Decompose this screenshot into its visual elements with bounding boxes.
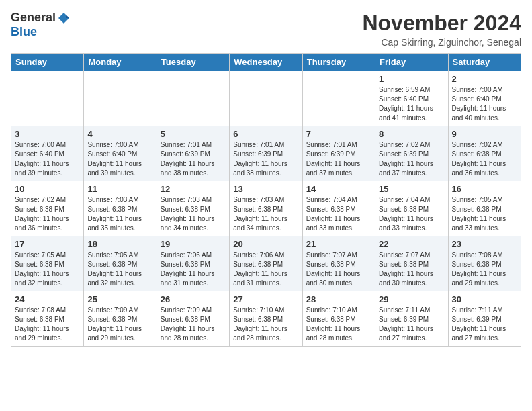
week-row: 1Sunrise: 6:59 AMSunset: 6:40 PMDaylight…: [11, 71, 521, 126]
day-info: Sunrise: 7:00 AMSunset: 6:40 PMDaylight:…: [87, 140, 152, 178]
day-info: Sunrise: 7:04 AMSunset: 6:38 PMDaylight:…: [306, 195, 371, 233]
day-header-monday: Monday: [84, 54, 157, 71]
day-cell: 6Sunrise: 7:01 AMSunset: 6:39 PMDaylight…: [230, 126, 302, 181]
title-block: November 2024 Cap Skirring, Ziguinchor, …: [362, 11, 521, 48]
day-number: 19: [161, 239, 226, 249]
day-number: 29: [379, 294, 444, 304]
day-info: Sunrise: 7:01 AMSunset: 6:39 PMDaylight:…: [306, 140, 371, 178]
day-cell: 12Sunrise: 7:03 AMSunset: 6:38 PMDayligh…: [157, 181, 229, 236]
day-cell: [230, 71, 302, 126]
day-number: 27: [233, 294, 298, 304]
day-info: Sunrise: 7:10 AMSunset: 6:38 PMDaylight:…: [306, 306, 371, 343]
day-info: Sunrise: 7:01 AMSunset: 6:39 PMDaylight:…: [233, 140, 298, 178]
day-header-friday: Friday: [375, 54, 448, 71]
day-header-sunday: Sunday: [11, 54, 84, 71]
day-number: 7: [306, 129, 371, 139]
day-number: 25: [87, 294, 152, 304]
day-header-thursday: Thursday: [302, 54, 375, 71]
day-cell: 15Sunrise: 7:04 AMSunset: 6:38 PMDayligh…: [375, 181, 448, 236]
month-title: November 2024: [362, 11, 521, 36]
week-row: 10Sunrise: 7:02 AMSunset: 6:38 PMDayligh…: [11, 181, 521, 236]
day-cell: 8Sunrise: 7:02 AMSunset: 6:39 PMDaylight…: [375, 126, 448, 181]
day-number: 20: [233, 239, 298, 249]
page-header: General Blue November 2024 Cap Skirring,…: [11, 11, 521, 48]
day-cell: 3Sunrise: 7:00 AMSunset: 6:40 PMDaylight…: [11, 126, 84, 181]
day-info: Sunrise: 7:11 AMSunset: 6:39 PMDaylight:…: [379, 306, 444, 343]
day-number: 24: [15, 294, 80, 304]
day-number: 9: [452, 129, 517, 139]
day-number: 1: [379, 74, 444, 84]
day-info: Sunrise: 7:08 AMSunset: 6:38 PMDaylight:…: [15, 306, 80, 343]
day-info: Sunrise: 7:02 AMSunset: 6:38 PMDaylight:…: [452, 140, 517, 178]
day-number: 23: [452, 239, 517, 249]
calendar-header-row: SundayMondayTuesdayWednesdayThursdayFrid…: [11, 54, 521, 71]
day-info: Sunrise: 7:01 AMSunset: 6:39 PMDaylight:…: [161, 140, 226, 178]
day-cell: 13Sunrise: 7:03 AMSunset: 6:38 PMDayligh…: [230, 181, 302, 236]
day-number: 18: [87, 239, 152, 249]
day-info: Sunrise: 7:09 AMSunset: 6:38 PMDaylight:…: [161, 306, 226, 343]
day-info: Sunrise: 7:05 AMSunset: 6:38 PMDaylight:…: [87, 250, 152, 288]
day-cell: 7Sunrise: 7:01 AMSunset: 6:39 PMDaylight…: [302, 126, 375, 181]
day-number: 22: [379, 239, 444, 249]
day-info: Sunrise: 7:02 AMSunset: 6:39 PMDaylight:…: [379, 140, 444, 178]
day-cell: 25Sunrise: 7:09 AMSunset: 6:38 PMDayligh…: [84, 291, 157, 347]
day-cell: 14Sunrise: 7:04 AMSunset: 6:38 PMDayligh…: [302, 181, 375, 236]
day-number: 6: [233, 129, 298, 139]
day-info: Sunrise: 7:05 AMSunset: 6:38 PMDaylight:…: [15, 250, 80, 288]
day-number: 13: [233, 184, 298, 194]
day-number: 30: [452, 294, 517, 304]
day-info: Sunrise: 7:02 AMSunset: 6:38 PMDaylight:…: [15, 195, 80, 233]
day-cell: 24Sunrise: 7:08 AMSunset: 6:38 PMDayligh…: [11, 291, 84, 347]
day-info: Sunrise: 7:04 AMSunset: 6:38 PMDaylight:…: [379, 195, 444, 233]
day-number: 3: [15, 129, 80, 139]
day-number: 28: [306, 294, 371, 304]
day-cell: 19Sunrise: 7:06 AMSunset: 6:38 PMDayligh…: [157, 236, 229, 291]
day-number: 15: [379, 184, 444, 194]
day-cell: 28Sunrise: 7:10 AMSunset: 6:38 PMDayligh…: [302, 291, 375, 347]
day-info: Sunrise: 7:03 AMSunset: 6:38 PMDaylight:…: [161, 195, 226, 233]
day-cell: 1Sunrise: 6:59 AMSunset: 6:40 PMDaylight…: [375, 71, 448, 126]
day-cell: [302, 71, 375, 126]
day-info: Sunrise: 7:00 AMSunset: 6:40 PMDaylight:…: [452, 85, 517, 123]
day-info: Sunrise: 7:03 AMSunset: 6:38 PMDaylight:…: [87, 195, 152, 233]
day-info: Sunrise: 7:09 AMSunset: 6:38 PMDaylight:…: [87, 306, 152, 343]
logo: General Blue: [11, 11, 71, 39]
day-cell: 30Sunrise: 7:11 AMSunset: 6:39 PMDayligh…: [448, 291, 521, 347]
day-cell: 5Sunrise: 7:01 AMSunset: 6:39 PMDaylight…: [157, 126, 229, 181]
day-number: 2: [452, 74, 517, 84]
day-header-wednesday: Wednesday: [230, 54, 302, 71]
week-row: 3Sunrise: 7:00 AMSunset: 6:40 PMDaylight…: [11, 126, 521, 181]
day-number: 16: [452, 184, 517, 194]
logo-blue: Blue: [11, 25, 37, 39]
day-cell: 17Sunrise: 7:05 AMSunset: 6:38 PMDayligh…: [11, 236, 84, 291]
day-info: Sunrise: 7:11 AMSunset: 6:39 PMDaylight:…: [452, 306, 517, 343]
day-header-saturday: Saturday: [448, 54, 521, 71]
day-info: Sunrise: 7:06 AMSunset: 6:38 PMDaylight:…: [233, 250, 298, 288]
day-number: 8: [379, 129, 444, 139]
day-cell: 26Sunrise: 7:09 AMSunset: 6:38 PMDayligh…: [157, 291, 229, 347]
day-cell: 23Sunrise: 7:08 AMSunset: 6:38 PMDayligh…: [448, 236, 521, 291]
day-cell: 29Sunrise: 7:11 AMSunset: 6:39 PMDayligh…: [375, 291, 448, 347]
day-cell: 11Sunrise: 7:03 AMSunset: 6:38 PMDayligh…: [84, 181, 157, 236]
week-row: 17Sunrise: 7:05 AMSunset: 6:38 PMDayligh…: [11, 236, 521, 291]
day-cell: [84, 71, 157, 126]
day-info: Sunrise: 7:07 AMSunset: 6:38 PMDaylight:…: [379, 250, 444, 288]
day-cell: 27Sunrise: 7:10 AMSunset: 6:38 PMDayligh…: [230, 291, 302, 347]
logo-general: General: [11, 11, 56, 25]
day-cell: 16Sunrise: 7:05 AMSunset: 6:38 PMDayligh…: [448, 181, 521, 236]
day-number: 12: [161, 184, 226, 194]
day-number: 10: [15, 184, 80, 194]
day-info: Sunrise: 7:03 AMSunset: 6:38 PMDaylight:…: [233, 195, 298, 233]
day-number: 17: [15, 239, 80, 249]
day-info: Sunrise: 6:59 AMSunset: 6:40 PMDaylight:…: [379, 85, 444, 123]
day-number: 26: [161, 294, 226, 304]
day-info: Sunrise: 7:08 AMSunset: 6:38 PMDaylight:…: [452, 250, 517, 288]
day-cell: 10Sunrise: 7:02 AMSunset: 6:38 PMDayligh…: [11, 181, 84, 236]
day-cell: 21Sunrise: 7:07 AMSunset: 6:38 PMDayligh…: [302, 236, 375, 291]
day-number: 14: [306, 184, 371, 194]
day-info: Sunrise: 7:10 AMSunset: 6:38 PMDaylight:…: [233, 306, 298, 343]
day-number: 5: [161, 129, 226, 139]
day-cell: 2Sunrise: 7:00 AMSunset: 6:40 PMDaylight…: [448, 71, 521, 126]
day-cell: 9Sunrise: 7:02 AMSunset: 6:38 PMDaylight…: [448, 126, 521, 181]
day-cell: 20Sunrise: 7:06 AMSunset: 6:38 PMDayligh…: [230, 236, 302, 291]
